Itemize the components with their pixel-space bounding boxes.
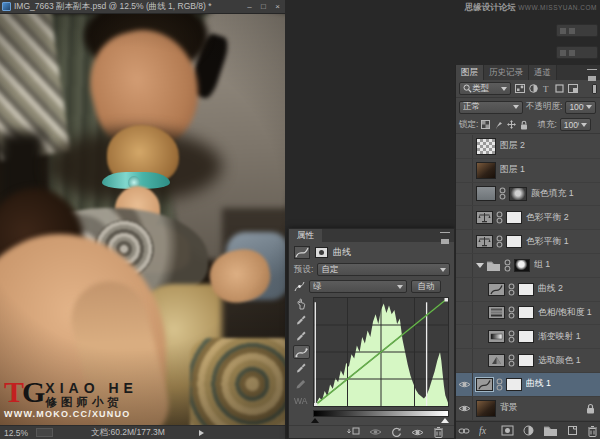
mask-link-icon[interactable] (499, 187, 506, 200)
collapsed-panel[interactable] (556, 24, 598, 37)
status-field[interactable] (36, 428, 53, 437)
lock-all-icon[interactable] (520, 120, 528, 130)
layer-thumbnail[interactable] (476, 378, 493, 391)
layer-thumbnail[interactable] (488, 306, 505, 319)
layer-mask-thumbnail[interactable] (518, 330, 534, 343)
layer-thumbnail[interactable] (476, 211, 493, 224)
mask-link-icon[interactable] (508, 330, 515, 343)
fill-select[interactable]: 100% (560, 118, 591, 131)
layer-mask-thumbnail[interactable] (518, 306, 534, 319)
visibility-toggle[interactable] (456, 254, 473, 277)
layer-mask-thumbnail[interactable] (514, 259, 530, 272)
visibility-toggle[interactable] (456, 302, 473, 325)
opacity-select[interactable]: 100% (565, 101, 596, 114)
group-expander-icon[interactable] (476, 263, 484, 268)
layer-mask-thumbnail[interactable] (509, 187, 527, 201)
clip-to-layer-icon[interactable] (347, 427, 360, 438)
layer-thumbnail[interactable] (476, 186, 496, 201)
type-layer-filter-icon[interactable]: T (542, 84, 551, 93)
curves-histogram-grid[interactable] (313, 297, 449, 407)
panel-menu-icon[interactable] (587, 69, 597, 76)
layer-mask-thumbnail[interactable] (518, 354, 534, 367)
layer-mask-thumbnail[interactable] (506, 378, 522, 391)
layer-mask-thumbnail[interactable] (506, 211, 522, 224)
filter-type-select[interactable]: 类型 (459, 82, 511, 95)
add-layer-mask-icon[interactable] (501, 425, 514, 436)
mask-link-icon[interactable] (496, 235, 503, 248)
adjustment-layer-filter-icon[interactable] (529, 84, 538, 93)
mask-link-icon[interactable] (496, 211, 503, 224)
lock-transparent-icon[interactable] (481, 120, 490, 129)
layer-row[interactable]: 背景 (456, 397, 600, 421)
layer-style-fx-icon[interactable]: fx (479, 425, 492, 436)
smart-object-filter-icon[interactable] (568, 84, 578, 93)
curve-point-edit-icon[interactable] (293, 345, 310, 359)
white-point-slider[interactable] (441, 418, 449, 423)
layer-mask-thumbnail[interactable] (518, 283, 534, 296)
tab-channels[interactable]: 通道 (529, 65, 557, 80)
layer-thumbnail[interactable] (488, 283, 505, 296)
visibility-toggle[interactable] (456, 206, 473, 229)
link-layers-icon[interactable] (458, 426, 470, 436)
auto-button[interactable]: 自动 (411, 280, 441, 293)
visibility-toggle[interactable] (456, 397, 473, 420)
layer-row[interactable]: 曲线 1 (456, 373, 600, 397)
mask-link-icon[interactable] (508, 354, 515, 367)
black-point-eyedropper-icon[interactable] (293, 313, 310, 327)
preset-select[interactable]: 自定 (317, 263, 450, 276)
layer-thumbnail[interactable] (476, 400, 496, 417)
layer-row[interactable]: 渐变映射 1 (456, 325, 600, 349)
pixel-layer-filter-icon[interactable] (515, 84, 525, 93)
blend-mode-select[interactable]: 正常 (459, 101, 523, 114)
mask-link-icon[interactable] (496, 378, 503, 391)
visibility-toggle[interactable] (456, 349, 473, 372)
shape-layer-filter-icon[interactable] (555, 84, 564, 93)
close-button[interactable]: × (272, 0, 283, 13)
visibility-toggle[interactable] (456, 159, 473, 182)
visibility-toggle[interactable] (456, 278, 473, 301)
layer-thumbnail[interactable] (488, 330, 505, 343)
layer-row[interactable]: 色彩平衡 2 (456, 206, 600, 230)
targeted-adjustment-tool-icon[interactable] (293, 297, 310, 311)
mask-chip-icon[interactable] (315, 247, 328, 258)
visibility-toggle[interactable] (456, 373, 473, 396)
layer-row[interactable]: 颜色填充 1 (456, 183, 600, 207)
delete-icon[interactable] (433, 426, 444, 438)
status-expand-arrow-icon[interactable] (199, 430, 204, 436)
new-layer-icon[interactable] (567, 425, 578, 436)
panel-menu-icon[interactable] (440, 232, 450, 239)
white-point-eyedropper-icon[interactable] (293, 361, 310, 375)
tab-layers[interactable]: 图层 (456, 65, 484, 80)
toggle-previous-state-icon[interactable] (369, 427, 382, 437)
visibility-toggle[interactable] (456, 183, 473, 206)
visibility-toggle[interactable] (456, 325, 473, 348)
delete-layer-icon[interactable] (587, 425, 598, 437)
lock-paint-icon[interactable] (494, 120, 503, 130)
channel-select[interactable]: 绿 (309, 280, 407, 293)
tab-history[interactable]: 历史记录 (484, 65, 529, 80)
gray-point-eyedropper-icon[interactable] (293, 329, 310, 343)
reset-icon[interactable] (391, 427, 402, 438)
layer-mask-thumbnail[interactable] (506, 235, 522, 248)
mask-link-icon[interactable] (508, 283, 515, 296)
new-group-icon[interactable] (543, 425, 558, 436)
visibility-icon[interactable] (411, 428, 424, 437)
new-adjustment-layer-icon[interactable] (523, 425, 534, 436)
tab-properties[interactable]: 属性 (289, 229, 322, 242)
minimize-button[interactable]: – (244, 0, 255, 13)
layer-row[interactable]: 选取颜色 1 (456, 349, 600, 373)
layer-row[interactable]: 图层 2 (456, 135, 600, 159)
pencil-draw-curve-icon[interactable] (293, 377, 310, 391)
maximize-button[interactable]: □ (258, 0, 269, 13)
layer-thumbnail[interactable] (488, 354, 505, 367)
visibility-toggle[interactable] (456, 230, 473, 253)
layer-thumbnail[interactable] (476, 138, 496, 155)
layer-row[interactable]: 图层 1 (456, 159, 600, 183)
layer-row[interactable]: 曲线 2 (456, 278, 600, 302)
layer-row[interactable]: 色彩平衡 1 (456, 230, 600, 254)
mask-link-icon[interactable] (504, 259, 511, 272)
collapsed-panel[interactable] (556, 46, 598, 59)
smooth-curve-icon[interactable]: WA (293, 393, 310, 407)
image-canvas[interactable]: TGXIAO HE修图师小贺 WWW.MOKO.CC/XUNUO (0, 14, 285, 425)
layer-row[interactable]: 组 1 (456, 254, 600, 278)
